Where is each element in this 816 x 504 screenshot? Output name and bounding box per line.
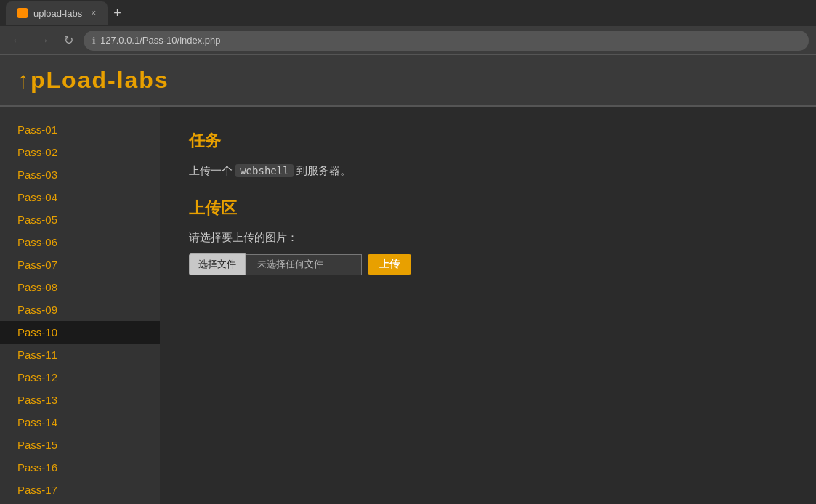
tab-favicon-icon: [17, 8, 28, 18]
tab-bar: upload-labs × +: [0, 0, 816, 26]
sidebar: Pass-01Pass-02Pass-03Pass-04Pass-05Pass-…: [0, 107, 160, 504]
sidebar-item-pass-05[interactable]: Pass-05: [0, 208, 160, 231]
upload-row: 选择文件 未选择任何文件 上传: [189, 253, 787, 275]
upload-button[interactable]: 上传: [368, 254, 411, 275]
task-code: webshell: [235, 164, 293, 177]
sidebar-item-pass-12[interactable]: Pass-12: [0, 366, 160, 389]
sidebar-item-pass-18[interactable]: Pass-18: [0, 501, 160, 504]
task-text-prefix: 上传一个: [189, 164, 233, 176]
sidebar-item-pass-09[interactable]: Pass-09: [0, 298, 160, 321]
app-header: ↑pLoad-labs: [0, 55, 816, 107]
sidebar-item-pass-13[interactable]: Pass-13: [0, 389, 160, 411]
tab-title: upload-labs: [33, 8, 82, 19]
upload-label: 请选择要上传的图片：: [189, 231, 787, 245]
sidebar-item-pass-03[interactable]: Pass-03: [0, 163, 160, 186]
address-bar[interactable]: ℹ 127.0.0.1/Pass-10/index.php: [84, 31, 809, 51]
file-name-display: 未选择任何文件: [246, 254, 362, 275]
address-text: 127.0.0.1/Pass-10/index.php: [100, 35, 221, 46]
sidebar-item-pass-04[interactable]: Pass-04: [0, 186, 160, 208]
sidebar-item-pass-14[interactable]: Pass-14: [0, 411, 160, 434]
sidebar-item-pass-15[interactable]: Pass-15: [0, 434, 160, 456]
tab-close-icon[interactable]: ×: [91, 8, 96, 18]
sidebar-item-pass-11[interactable]: Pass-11: [0, 344, 160, 366]
sidebar-item-pass-10[interactable]: Pass-10: [0, 321, 160, 344]
main-content: 任务 上传一个 webshell 到服务器。 上传区 请选择要上传的图片： 选择…: [160, 107, 816, 504]
back-button[interactable]: ←: [7, 32, 28, 49]
app-body: Pass-01Pass-02Pass-03Pass-04Pass-05Pass-…: [0, 107, 816, 504]
sidebar-item-pass-16[interactable]: Pass-16: [0, 456, 160, 479]
app-logo: ↑pLoad-labs: [17, 67, 799, 94]
sidebar-item-pass-01[interactable]: Pass-01: [0, 118, 160, 141]
sidebar-item-pass-02[interactable]: Pass-02: [0, 141, 160, 163]
file-choose-button[interactable]: 选择文件: [189, 253, 246, 275]
task-section-title: 任务: [189, 130, 787, 152]
sidebar-item-pass-08[interactable]: Pass-08: [0, 276, 160, 298]
upload-section-title: 上传区: [189, 198, 787, 219]
browser-chrome: upload-labs × + ← → ↻ ℹ 127.0.0.1/Pass-1…: [0, 0, 816, 55]
refresh-button[interactable]: ↻: [60, 32, 78, 49]
task-description: 上传一个 webshell 到服务器。: [189, 160, 787, 180]
sidebar-item-pass-06[interactable]: Pass-06: [0, 231, 160, 253]
nav-bar: ← → ↻ ℹ 127.0.0.1/Pass-10/index.php: [0, 26, 816, 55]
new-tab-button[interactable]: +: [113, 6, 121, 21]
forward-button[interactable]: →: [33, 32, 54, 49]
lock-icon: ℹ: [92, 36, 96, 46]
browser-tab[interactable]: upload-labs ×: [6, 1, 108, 25]
task-text-suffix: 到服务器。: [296, 164, 351, 176]
sidebar-item-pass-17[interactable]: Pass-17: [0, 479, 160, 501]
sidebar-item-pass-07[interactable]: Pass-07: [0, 253, 160, 276]
